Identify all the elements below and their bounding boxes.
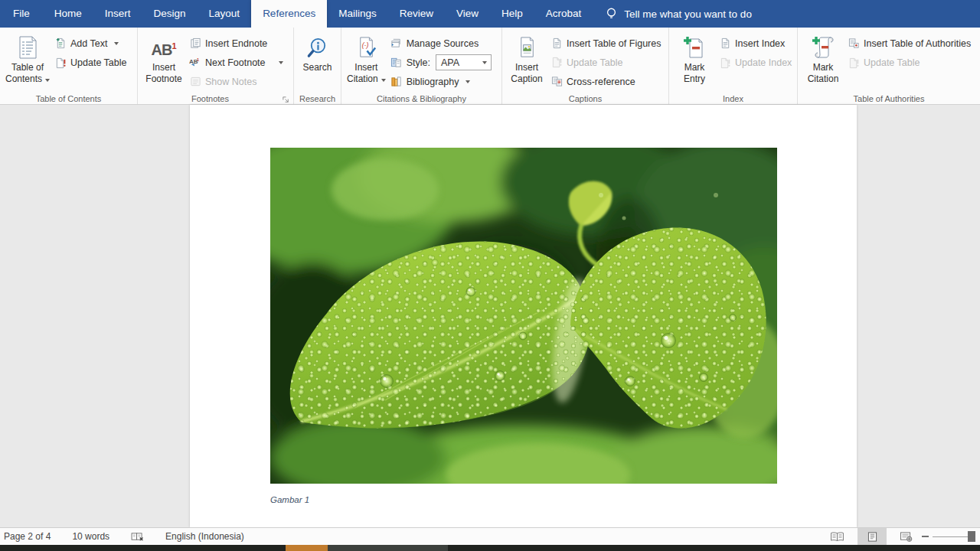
group-label-footnotes: Footnotes: [138, 94, 293, 103]
show-notes-label: Show Notes: [205, 77, 256, 87]
insert-citation-icon: (-): [354, 33, 378, 62]
group-table-of-contents: Table of Contents Add Text Update Table …: [0, 28, 138, 104]
tab-acrobat[interactable]: Acrobat: [534, 0, 593, 28]
insert-endnote-button[interactable]: Insert Endnote: [187, 34, 286, 53]
bibliography-label: Bibliography: [407, 77, 459, 87]
manage-sources-label: Manage Sources: [407, 38, 479, 49]
taskbar-segment: [328, 545, 448, 551]
status-bar: Page 2 of 4 10 words English (Indonesia): [0, 527, 980, 545]
update-table-button[interactable]: Update Table: [52, 54, 129, 73]
update-table-icon: [54, 57, 67, 69]
insert-footnote-icon: AB1: [151, 33, 176, 62]
update-index-button[interactable]: Update Index: [717, 54, 794, 73]
insert-citation-line2: Citation: [347, 73, 386, 85]
document-canvas: Gambar 1: [0, 105, 980, 527]
print-layout-button[interactable]: [858, 528, 887, 545]
chevron-down-icon: [45, 79, 50, 82]
group-index: Mark Entry Insert Index Update Index Ind…: [669, 28, 798, 104]
insert-footnote-button[interactable]: AB1 Insert Footnote: [141, 30, 187, 91]
insert-index-button[interactable]: Insert Index: [717, 34, 794, 54]
chevron-down-icon: [381, 79, 386, 82]
update-table-label: Update Table: [70, 57, 126, 68]
proofing-errors-icon[interactable]: [129, 528, 146, 545]
insert-table-of-authorities-button[interactable]: Insert Table of Authorities: [845, 34, 973, 54]
tab-layout[interactable]: Layout: [198, 0, 252, 28]
chevron-down-icon: [114, 42, 119, 45]
search-button[interactable]: Search: [296, 30, 339, 91]
mark-citation-line2: Citation: [808, 73, 839, 85]
group-research: Search Research: [294, 28, 341, 104]
tab-references[interactable]: References: [251, 0, 327, 28]
style-label: Style:: [407, 57, 430, 68]
zoom-out-button[interactable]: [922, 536, 929, 537]
group-captions: Insert Caption Insert Table of Figures U…: [502, 28, 669, 104]
insert-table-of-authorities-icon: [848, 37, 860, 50]
svg-text:(-): (-): [362, 41, 369, 48]
toc-label-line2: Contents: [5, 73, 50, 85]
update-table-authorities-button[interactable]: Update Table: [845, 54, 973, 73]
taskbar-active-app-highlight: [286, 545, 328, 551]
insert-table-of-figures-button[interactable]: Insert Table of Figures: [548, 34, 663, 53]
tell-me-label: Tell me what you want to do: [624, 8, 752, 20]
svg-text:1: 1: [197, 57, 199, 62]
cross-reference-label: Cross-reference: [567, 77, 635, 87]
chevron-down-icon: [279, 61, 283, 64]
insert-table-of-figures-label: Insert Table of Figures: [567, 38, 661, 49]
page-indicator[interactable]: Page 2 of 4: [2, 528, 53, 545]
tab-help[interactable]: Help: [490, 0, 534, 28]
search-label: Search: [302, 62, 332, 73]
insert-citation-button[interactable]: (-) Insert Citation: [345, 30, 388, 91]
update-table-captions-button[interactable]: Update Table: [548, 53, 663, 72]
insert-table-of-authorities-label: Insert Table of Authorities: [864, 38, 971, 49]
bibliography-button[interactable]: Bibliography: [388, 72, 494, 91]
table-of-contents-icon: [15, 33, 40, 62]
insert-index-label: Insert Index: [735, 38, 785, 49]
mark-entry-line1: Mark: [684, 62, 705, 73]
add-text-label: Add Text: [70, 38, 107, 49]
tab-mailings[interactable]: Mailings: [327, 0, 388, 28]
mark-entry-button[interactable]: Mark Entry: [672, 30, 717, 91]
manage-sources-icon: [390, 37, 403, 50]
document-image[interactable]: [270, 148, 777, 484]
update-table-icon: [550, 57, 563, 69]
insert-caption-button[interactable]: Insert Caption: [505, 30, 548, 91]
tab-review[interactable]: Review: [388, 0, 445, 28]
zoom-slider-track[interactable]: [933, 536, 972, 537]
zoom-slider-thumb[interactable]: [968, 531, 975, 542]
group-footnotes: AB1 Insert Footnote Insert Endnote AB1 N…: [138, 28, 294, 104]
figure-caption[interactable]: Gambar 1: [270, 495, 309, 504]
mark-citation-icon: [811, 33, 835, 62]
update-index-icon: [719, 57, 731, 69]
chevron-down-icon: [466, 80, 470, 83]
cross-reference-button[interactable]: Cross-reference: [548, 72, 663, 91]
language-indicator[interactable]: English (Indonesia): [163, 528, 247, 545]
show-notes-button[interactable]: Show Notes: [187, 72, 286, 91]
insert-caption-line2: Caption: [511, 73, 542, 85]
show-notes-icon: [189, 76, 201, 88]
next-footnote-button[interactable]: AB1 Next Footnote: [187, 53, 286, 72]
tell-me-box[interactable]: Tell me what you want to do: [605, 0, 752, 28]
style-dropdown[interactable]: APA: [436, 54, 492, 70]
manage-sources-button[interactable]: Manage Sources: [388, 34, 494, 53]
mark-entry-icon: [682, 33, 707, 62]
tab-file[interactable]: File: [0, 0, 43, 28]
read-mode-button[interactable]: [822, 528, 851, 545]
group-label-research: Research: [294, 94, 341, 103]
add-text-button[interactable]: Add Text: [52, 34, 129, 54]
word-count[interactable]: 10 words: [70, 528, 112, 545]
group-label-toc: Table of Contents: [0, 94, 137, 103]
table-of-contents-button[interactable]: Table of Contents: [3, 30, 52, 91]
web-layout-button[interactable]: [891, 528, 920, 545]
lightbulb-icon: [605, 6, 617, 21]
tab-design[interactable]: Design: [142, 0, 198, 28]
insert-caption-icon: [515, 33, 539, 62]
group-label-captions: Captions: [502, 94, 668, 103]
tab-insert[interactable]: Insert: [93, 0, 142, 28]
mark-citation-button[interactable]: Mark Citation: [801, 30, 845, 91]
toc-label-line1: Table of: [11, 62, 44, 73]
tab-home[interactable]: Home: [43, 0, 93, 28]
insert-endnote-icon: [189, 37, 201, 50]
document-page[interactable]: Gambar 1: [190, 105, 857, 527]
tab-view[interactable]: View: [445, 0, 490, 28]
group-label-authorities: Table of Authorities: [798, 94, 980, 103]
